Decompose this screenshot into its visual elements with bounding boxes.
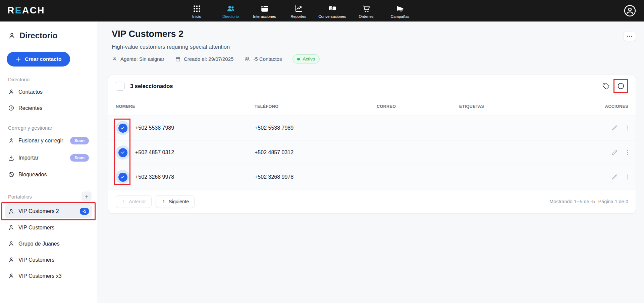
nav-item-directorio[interactable]: Directorio <box>214 0 248 21</box>
select-all-checkbox[interactable] <box>116 82 125 91</box>
cell-name: +502 4857 0312 <box>116 145 255 160</box>
meta-created: Creado el: 29/07/2025 <box>175 56 233 62</box>
logo-letter: R <box>7 5 15 15</box>
reach-logo[interactable]: REACH <box>7 5 45 16</box>
selection-actions <box>602 79 628 93</box>
col-header-nombre: NOMBRE <box>116 104 255 109</box>
nav-label: Interacciones <box>253 14 276 18</box>
sidebar-item-vip-customers[interactable]: VIP Customers <box>5 221 92 234</box>
nav-item-inicio[interactable]: Inicio <box>180 0 214 21</box>
col-header-etiquetas: ETIQUETAS <box>459 104 591 109</box>
check-icon <box>120 175 125 179</box>
plus-icon <box>15 56 21 62</box>
nav-label: Inicio <box>192 14 201 18</box>
col-header-acciones: ACCIONES <box>591 104 628 109</box>
sidebar-item-label: VIP Customers <box>18 257 54 263</box>
sidebar-item-label: VIP Customers x3 <box>18 273 62 279</box>
section-label-portafolios: Portafolios <box>8 194 32 200</box>
section-portafolios: Portafolios <box>5 191 92 202</box>
soon-badge: Soon <box>70 137 89 144</box>
more-options-button[interactable] <box>623 32 636 41</box>
contact-phone: +502 4857 0312 <box>255 149 377 156</box>
nav-item-reportes[interactable]: Reportes <box>281 0 315 21</box>
create-contact-button[interactable]: Crear contacto <box>7 52 70 67</box>
nav-item-campanas[interactable]: Campañas <box>383 0 417 21</box>
add-portfolio-button[interactable] <box>82 191 92 202</box>
sidebar-item-grupo-de-juanes[interactable]: Grupo de Juanes <box>5 237 92 251</box>
ellipsis-icon <box>627 35 633 37</box>
megaphone-icon <box>395 4 405 13</box>
sidebar-item-importar[interactable]: Importar Soon <box>5 150 92 165</box>
clock-icon <box>8 105 14 111</box>
next-page-button[interactable]: Siguiente <box>156 195 195 208</box>
top-nav: REACH Inicio Directorio Interacciones <box>0 0 644 21</box>
selection-count: 3 seleccionados <box>130 83 173 89</box>
prev-page-button[interactable]: Anterior <box>116 195 152 208</box>
sidebar-item-label: Recientes <box>18 105 42 111</box>
checked-circle <box>118 124 127 133</box>
meta-contacts-text: -5 Contactos <box>253 56 282 62</box>
row-menu-button[interactable] <box>627 149 628 156</box>
sidebar-item-vip-customers-2[interactable]: VIP Customers 2 -5 <box>5 204 92 218</box>
nav-item-ordenes[interactable]: Ordenes <box>349 0 383 21</box>
remove-selected-button[interactable] <box>617 82 625 90</box>
table-header: NOMBRE TELÉFONO CORREO ETIQUETAS ACCIONE… <box>108 97 636 116</box>
sidebar-item-contactos[interactable]: Contactos <box>5 85 92 99</box>
cell-name: +502 3268 9978 <box>116 170 255 184</box>
soon-badge: Soon <box>70 154 89 162</box>
chevron-right-icon <box>161 199 166 204</box>
col-header-correo: CORREO <box>377 104 459 109</box>
nav-label: Campañas <box>391 14 410 18</box>
sidebar-item-bloqueados[interactable]: Bloqueados <box>5 168 92 181</box>
sidebar-item-recientes[interactable]: Recientes <box>5 101 92 115</box>
user-icon <box>8 32 16 40</box>
user-avatar-button[interactable] <box>623 4 637 17</box>
check-icon <box>120 126 125 130</box>
main-nav: Inicio Directorio Interacciones Reportes <box>180 0 417 21</box>
cart-icon <box>362 4 371 13</box>
cell-actions <box>591 125 628 131</box>
edit-contact-button[interactable] <box>611 149 618 156</box>
pagination-info: Mostrando 1--5 de -5 Página 1 de 0 <box>549 199 628 204</box>
kebab-icon <box>627 174 628 180</box>
main-content: VIP Customers 2 High-value customers req… <box>97 21 644 303</box>
sidebar-item-fusionar[interactable]: Fusionar y corregir Soon <box>5 133 92 148</box>
row-checkbox[interactable] <box>116 121 130 135</box>
contact-name: +502 4857 0312 <box>135 149 174 156</box>
status-dot <box>297 58 300 60</box>
kebab-icon <box>627 149 628 156</box>
pencil-icon <box>611 149 618 156</box>
row-checkbox[interactable] <box>116 170 130 184</box>
ban-icon <box>8 171 14 178</box>
row-checkbox[interactable] <box>116 145 130 160</box>
plus-icon <box>84 194 89 199</box>
sidebar-item-vip-customers-b[interactable]: VIP Customers <box>5 253 92 267</box>
sidebar-item-vip-customers-x3[interactable]: VIP Customers x3 <box>5 269 92 283</box>
nav-item-conversaciones[interactable]: Conversaciones <box>315 0 349 21</box>
page-title: VIP Customers 2 <box>112 29 183 39</box>
user-icon <box>8 224 14 231</box>
checked-circle <box>118 148 127 157</box>
row-menu-button[interactable] <box>627 174 628 180</box>
contact-name: +502 5538 7989 <box>135 125 174 131</box>
users-icon <box>244 56 250 62</box>
edit-contact-button[interactable] <box>611 174 618 180</box>
calendar-icon <box>175 56 181 62</box>
row-menu-button[interactable] <box>627 125 628 131</box>
selection-bar: 3 seleccionados <box>108 75 636 97</box>
showing-text: Mostrando 1--5 de -5 <box>549 199 595 204</box>
status-badge: Activo <box>292 54 320 63</box>
pencil-icon <box>611 125 618 131</box>
tag-action-button[interactable] <box>602 83 609 90</box>
edit-contact-button[interactable] <box>611 125 618 131</box>
table-row: +502 4857 0312 +502 4857 0312 <box>108 140 636 165</box>
tag-icon <box>602 83 609 90</box>
sidebar-item-label: VIP Customers 2 <box>18 208 59 214</box>
nav-item-interacciones[interactable]: Interacciones <box>248 0 281 21</box>
create-contact-label: Crear contacto <box>25 56 61 62</box>
contact-phone: +502 3268 9978 <box>255 174 377 180</box>
cell-actions <box>591 174 628 180</box>
user-icon <box>8 273 14 279</box>
nav-label: Conversaciones <box>318 14 346 18</box>
prev-page-label: Anterior <box>129 199 146 204</box>
